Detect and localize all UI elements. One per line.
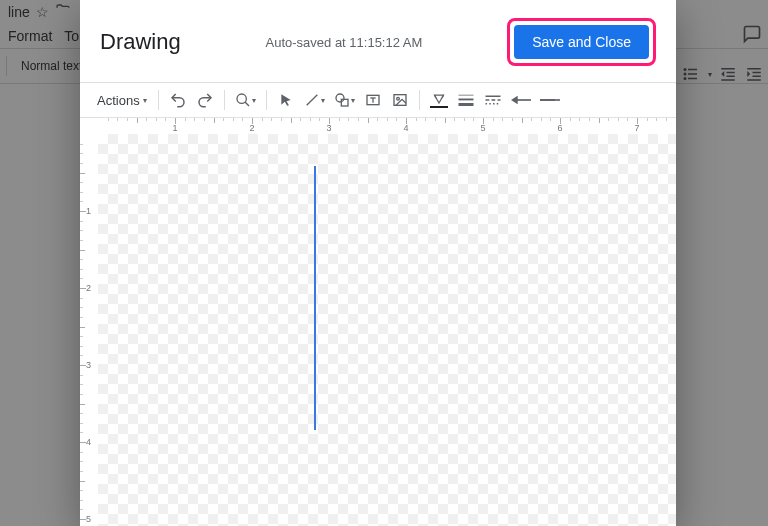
separator — [419, 90, 420, 110]
svg-rect-22 — [394, 95, 406, 106]
separator — [266, 90, 267, 110]
canvas-area: 1234567 12345 — [80, 118, 676, 526]
image-tool[interactable] — [388, 87, 412, 113]
ruler-h-label: 3 — [326, 123, 331, 133]
line-dash-button[interactable] — [481, 87, 505, 113]
horizontal-ruler[interactable]: 1234567 — [98, 118, 676, 134]
svg-rect-25 — [458, 99, 473, 101]
ruler-h-label: 7 — [634, 123, 639, 133]
drawing-toolbar: Actions▾ ▾ ▾ ▾ — [80, 82, 676, 118]
line-tool[interactable]: ▾ — [301, 87, 328, 113]
svg-rect-31 — [485, 103, 487, 105]
drawing-canvas[interactable] — [98, 134, 676, 526]
ruler-h-label: 1 — [172, 123, 177, 133]
svg-rect-24 — [458, 95, 473, 96]
undo-button[interactable] — [166, 87, 190, 113]
svg-rect-29 — [491, 99, 495, 101]
ruler-h-label: 4 — [403, 123, 408, 133]
svg-point-14 — [237, 94, 246, 103]
line-weight-button[interactable] — [454, 87, 478, 113]
svg-rect-34 — [496, 103, 498, 105]
save-and-close-button[interactable]: Save and Close — [514, 25, 649, 59]
ruler-v-label: 2 — [86, 283, 91, 293]
redo-button[interactable] — [193, 87, 217, 113]
ruler-h-label: 5 — [480, 123, 485, 133]
drawing-modal: Drawing Auto-saved at 11:15:12 AM Save a… — [80, 0, 676, 526]
svg-rect-27 — [485, 96, 500, 98]
modal-title: Drawing — [100, 29, 181, 55]
svg-point-23 — [396, 97, 399, 100]
ruler-v-label: 3 — [86, 360, 91, 370]
svg-rect-26 — [458, 103, 473, 106]
line-end-button[interactable] — [537, 87, 563, 113]
svg-rect-37 — [540, 99, 560, 101]
svg-point-17 — [336, 94, 344, 102]
ruler-h-label: 2 — [249, 123, 254, 133]
ruler-v-label: 1 — [86, 206, 91, 216]
save-button-highlight: Save and Close — [507, 18, 656, 66]
zoom-button[interactable]: ▾ — [232, 87, 259, 113]
svg-line-15 — [245, 102, 249, 106]
ruler-v-label: 4 — [86, 437, 91, 447]
svg-rect-18 — [341, 99, 348, 106]
ruler-h-label: 6 — [557, 123, 562, 133]
line-start-button[interactable] — [508, 87, 534, 113]
actions-menu[interactable]: Actions▾ — [94, 87, 151, 113]
svg-rect-35 — [516, 99, 531, 101]
drawn-vertical-line[interactable] — [314, 166, 316, 430]
autosave-status: Auto-saved at 11:15:12 AM — [197, 35, 491, 50]
textbox-tool[interactable] — [361, 87, 385, 113]
select-tool[interactable] — [274, 87, 298, 113]
svg-rect-28 — [485, 99, 489, 101]
svg-rect-32 — [489, 103, 491, 105]
vertical-ruler[interactable]: 12345 — [80, 134, 98, 526]
ruler-v-label: 5 — [86, 514, 91, 524]
shape-tool[interactable]: ▾ — [331, 87, 358, 113]
svg-line-16 — [306, 95, 317, 106]
separator — [158, 90, 159, 110]
svg-rect-33 — [493, 103, 495, 105]
svg-rect-30 — [497, 99, 500, 101]
separator — [224, 90, 225, 110]
line-color-button[interactable] — [427, 87, 451, 113]
